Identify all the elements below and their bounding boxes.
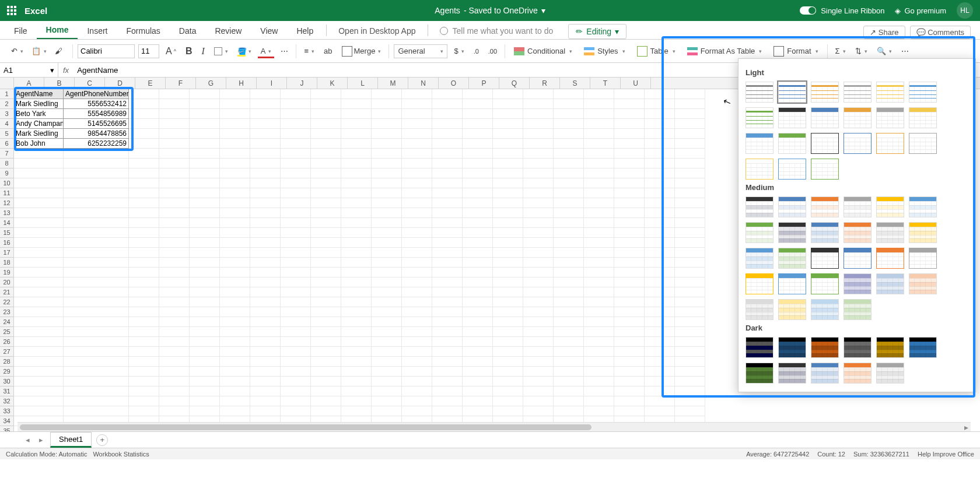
cell[interactable] [129,99,159,109]
cell[interactable] [341,168,372,178]
cell[interactable] [341,228,372,238]
cell[interactable] [584,149,614,159]
col-header[interactable]: S [560,78,590,89]
cell[interactable] [190,188,220,198]
cell[interactable] [250,218,281,228]
cell[interactable] [190,139,220,149]
cell[interactable] [250,208,281,218]
cell[interactable] [159,129,190,139]
cell[interactable] [372,119,402,129]
cell[interactable] [159,168,190,178]
cell[interactable] [341,238,372,248]
cell[interactable] [14,168,64,178]
cell[interactable] [675,367,705,377]
cell[interactable] [675,287,705,297]
sheet-nav-prev[interactable]: ◂ [23,435,32,444]
cell[interactable] [159,159,190,168]
cell[interactable] [554,89,584,99]
table-style-option[interactable] [876,107,904,128]
cell[interactable] [220,386,250,396]
cell[interactable] [311,287,341,297]
cell[interactable] [402,258,432,268]
col-header[interactable]: P [469,78,499,89]
cell[interactable] [341,119,372,129]
cell[interactable] [190,347,220,357]
cell[interactable] [554,406,584,416]
cell[interactable] [220,159,250,168]
cell[interactable] [493,208,523,218]
cell[interactable] [190,367,220,377]
cell[interactable] [432,406,463,416]
cell[interactable] [493,357,523,367]
table-style-option[interactable] [909,133,937,154]
cell[interactable] [129,218,159,228]
cell[interactable] [463,297,493,307]
cell[interactable] [250,109,281,119]
cell[interactable] [250,396,281,406]
cell[interactable] [493,258,523,268]
cell[interactable] [584,89,614,99]
row-header[interactable]: 2 [0,99,14,109]
cell[interactable] [281,327,311,337]
cell[interactable] [463,198,493,208]
tab-help[interactable]: Help [287,23,323,39]
row-header[interactable]: 26 [0,337,14,347]
cell[interactable] [220,119,250,129]
cell[interactable] [250,89,281,99]
cell[interactable] [584,198,614,208]
cell[interactable] [281,268,311,277]
tab-formulas[interactable]: Formulas [117,23,169,39]
table-style-option[interactable] [778,273,806,294]
cell[interactable] [220,268,250,277]
cell[interactable] [432,307,463,317]
cell[interactable] [584,238,614,248]
cell[interactable] [281,208,311,218]
cell[interactable] [372,357,402,367]
table-style-option[interactable] [746,273,774,294]
cell[interactable] [341,277,372,287]
cell[interactable] [645,198,675,208]
cell[interactable] [614,347,645,357]
cell[interactable] [311,277,341,287]
table-style-option[interactable] [746,196,774,217]
table-style-option[interactable] [778,337,806,358]
cell[interactable] [402,129,432,139]
row-header[interactable]: 23 [0,307,14,317]
cell[interactable] [402,248,432,258]
cell[interactable] [523,357,554,367]
cell[interactable] [645,119,675,129]
row-header[interactable]: 10 [0,178,14,188]
autosum-button[interactable]: Σ▾ [832,45,849,57]
row-header[interactable]: 6 [0,139,14,149]
cell[interactable] [523,208,554,218]
cell[interactable] [372,327,402,337]
cell[interactable] [614,178,645,188]
increase-font-button[interactable]: A^ [163,44,179,58]
cell[interactable] [190,357,220,367]
cell[interactable] [523,317,554,327]
row-header[interactable]: 8 [0,159,14,168]
cell[interactable] [281,109,311,119]
cell[interactable] [129,248,159,258]
row-header[interactable]: 1 [0,89,14,99]
cell[interactable] [372,287,402,297]
cell[interactable] [281,258,311,268]
cell[interactable] [281,139,311,149]
cell[interactable]: AgentPhoneNumber [64,89,129,99]
table-style-option[interactable] [876,133,904,154]
border-button[interactable]: ▾ [211,45,231,57]
cell[interactable] [554,178,584,188]
conditional-formatting-button[interactable]: Conditional▾ [510,45,576,57]
cell[interactable] [311,109,341,119]
cell[interactable] [614,129,645,139]
cell[interactable] [402,337,432,347]
cell[interactable] [463,109,493,119]
cell[interactable] [159,277,190,287]
cell[interactable] [645,168,675,178]
cell[interactable] [159,198,190,208]
cell[interactable] [250,119,281,129]
table-style-option[interactable] [746,107,774,128]
cell[interactable] [523,228,554,238]
cell[interactable] [432,218,463,228]
cell[interactable] [311,327,341,337]
